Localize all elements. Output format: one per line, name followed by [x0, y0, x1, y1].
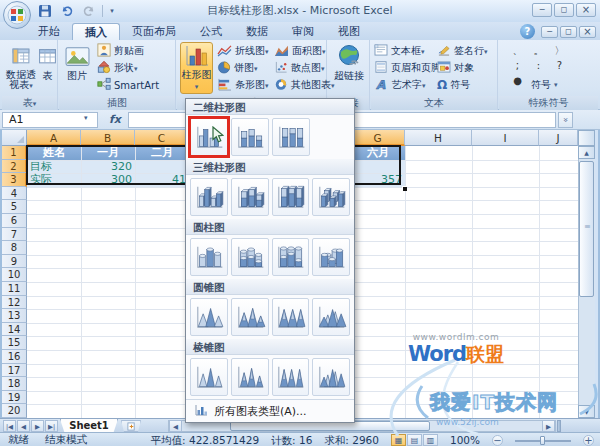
chart-type-pyr-100pct-button[interactable]	[272, 358, 310, 396]
ribbon-tab-0[interactable]: 开始	[26, 23, 72, 40]
row-header-3[interactable]: 3	[2, 173, 27, 187]
restore-icon[interactable]	[554, 3, 574, 17]
group-label-illustrations[interactable]: 插图	[59, 96, 175, 110]
line-chart-button[interactable]: 折线图	[217, 43, 269, 59]
redo-icon[interactable]	[80, 3, 98, 19]
minimize-icon[interactable]	[532, 3, 552, 17]
column-header-I[interactable]: I	[472, 130, 539, 146]
shapes-button[interactable]: 形状	[97, 60, 138, 76]
chart-type-cone-stacked-button[interactable]	[231, 298, 269, 336]
row-header-10[interactable]: 10	[2, 268, 27, 282]
ribbon-tab-6[interactable]: 视图	[326, 23, 372, 40]
special-symbol-button[interactable]: 、	[507, 43, 528, 58]
first-sheet-icon[interactable]: |◀	[3, 420, 16, 432]
group-label-text[interactable]: 文本	[371, 96, 497, 110]
table-button[interactable]: 表	[39, 42, 56, 94]
workbook-minimize-icon[interactable]	[541, 26, 558, 38]
row-header-2[interactable]: 2	[2, 160, 27, 174]
office-button[interactable]	[3, 1, 31, 29]
insert-worksheet-button[interactable]	[121, 420, 141, 432]
clipart-button[interactable]: 剪贴画	[97, 43, 144, 59]
ribbon-tab-2[interactable]: 页面布局	[120, 23, 188, 40]
chart-type-cyl-100pct-button[interactable]	[272, 238, 310, 276]
headerfooter-button[interactable]: 页眉和页脚	[374, 60, 441, 76]
special-symbol-button[interactable]: ●	[507, 73, 528, 88]
other-charts-button[interactable]: 其他图表	[274, 77, 335, 93]
vertical-scroll-thumb[interactable]	[579, 161, 594, 297]
row-header-16[interactable]: 16	[2, 350, 27, 364]
undo-icon[interactable]	[58, 3, 76, 19]
chart-type-cone-3d-button[interactable]	[312, 298, 350, 336]
special-symbol-button[interactable]: ;	[507, 58, 528, 73]
chart-type-col2-stacked-button[interactable]	[231, 118, 269, 156]
row-header-12[interactable]: 12	[2, 296, 27, 310]
save-icon[interactable]	[36, 3, 54, 19]
scroll-left-icon[interactable]: ◀	[169, 420, 182, 432]
name-box-caret-icon[interactable]: ▾	[84, 114, 88, 122]
column-header-C[interactable]: C	[135, 130, 189, 146]
chart-type-cone-clustered-button[interactable]	[190, 298, 228, 336]
row-header-14[interactable]: 14	[2, 323, 27, 337]
insert-function-icon[interactable]: fx	[104, 112, 126, 128]
textbox-button[interactable]: 文本框	[374, 43, 425, 59]
row-header-9[interactable]: 9	[2, 255, 27, 269]
ribbon-tab-1[interactable]: 插入	[72, 23, 120, 40]
object-button[interactable]: 对象	[437, 60, 474, 76]
column-chart-button[interactable]: 柱形图	[180, 42, 213, 94]
bar-chart-button[interactable]: 条形图	[217, 77, 269, 93]
group-label-tables[interactable]: 表	[2, 96, 57, 110]
row-header-4[interactable]: 4	[2, 187, 27, 201]
all-chart-types-button[interactable]: 所有图表类型(A)...	[186, 399, 354, 422]
column-header-A[interactable]: A	[27, 130, 81, 146]
special-symbol-button[interactable]: :	[528, 58, 549, 73]
chart-type-col3-clustered-button[interactable]	[190, 178, 228, 216]
chart-type-cone-100pct-button[interactable]	[272, 298, 310, 336]
row-header-1[interactable]: 1	[2, 146, 27, 160]
chart-type-cyl-clustered-button[interactable]	[190, 238, 228, 276]
column-header-H[interactable]: H	[405, 130, 472, 146]
ribbon-tab-4[interactable]: 数据	[234, 23, 280, 40]
chart-type-pyr-3d-button[interactable]	[312, 358, 350, 396]
pie-chart-button[interactable]: 饼图	[217, 60, 258, 76]
row-header-6[interactable]: 6	[2, 214, 27, 228]
picture-button[interactable]: 图片	[62, 42, 92, 94]
scatter-chart-button[interactable]: 散点图	[274, 60, 325, 76]
row-header-15[interactable]: 15	[2, 336, 27, 350]
zoom-slider-thumb[interactable]	[540, 436, 545, 445]
qat-caret-icon[interactable]	[107, 3, 117, 19]
expand-formula-bar-icon[interactable]	[558, 112, 573, 128]
column-header-J[interactable]: J	[539, 130, 578, 146]
special-symbol-button[interactable]: ?	[549, 58, 570, 73]
chart-type-col3-100pct-button[interactable]	[272, 178, 310, 216]
hyperlink-button[interactable]: 超链接	[332, 42, 366, 94]
row-header-18[interactable]: 18	[2, 377, 27, 391]
symbol-button[interactable]: Ω 符号	[437, 77, 470, 93]
next-sheet-icon[interactable]: ▶	[31, 420, 44, 432]
special-symbol-button[interactable]: 〉	[549, 43, 570, 58]
chart-type-col2-100pct-button[interactable]	[272, 118, 310, 156]
group-label-symbols[interactable]: 特殊符号	[499, 96, 598, 110]
zoom-in-icon[interactable]: +	[583, 435, 594, 446]
help-icon[interactable]	[520, 24, 535, 39]
wordart-button[interactable]: A 艺术字	[374, 77, 426, 93]
last-sheet-icon[interactable]: ▶|	[45, 420, 58, 432]
row-header-19[interactable]: 19	[2, 391, 27, 405]
chart-type-col3-3d-button[interactable]	[312, 178, 350, 216]
chart-type-pyr-clustered-button[interactable]	[190, 358, 228, 396]
ribbon-tab-5[interactable]: 审阅	[280, 23, 326, 40]
more-symbols-button[interactable]: 符号	[531, 77, 558, 93]
close-icon[interactable]	[576, 3, 596, 17]
chart-type-pyr-stacked-button[interactable]	[231, 358, 269, 396]
smartart-button[interactable]: SmartArt	[97, 77, 159, 93]
chart-type-col2-clustered-button[interactable]	[190, 118, 228, 156]
row-header-5[interactable]: 5	[2, 200, 27, 214]
chart-type-cyl-stacked-button[interactable]	[231, 238, 269, 276]
row-header-17[interactable]: 17	[2, 364, 27, 378]
select-all-button[interactable]	[2, 130, 27, 146]
fill-handle[interactable]	[402, 186, 407, 191]
area-chart-button[interactable]: 面积图	[274, 43, 326, 59]
sheet-tab-sheet1[interactable]: Sheet1	[60, 419, 118, 433]
row-header-7[interactable]: 7	[2, 228, 27, 242]
workbook-restore-icon[interactable]	[560, 26, 577, 38]
prev-sheet-icon[interactable]: ◀	[17, 420, 30, 432]
